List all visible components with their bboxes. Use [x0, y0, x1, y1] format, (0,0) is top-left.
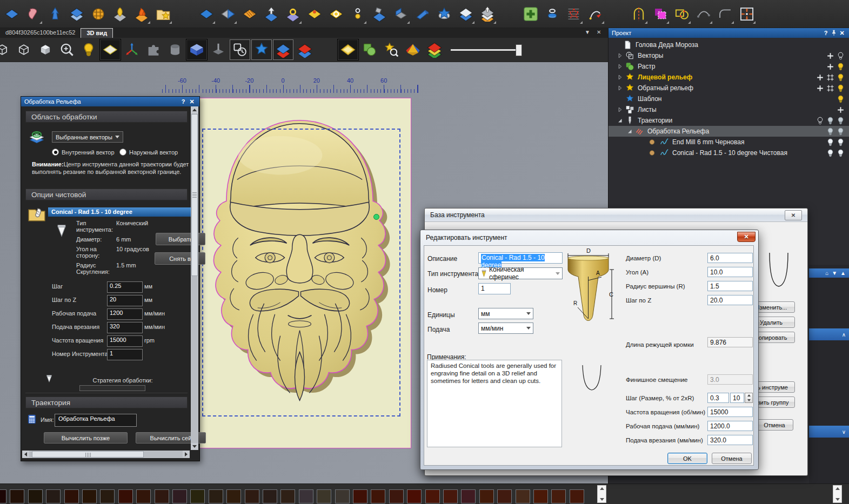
- color-swatch[interactable]: [533, 489, 548, 503]
- palette-scrollbar[interactable]: [597, 485, 606, 503]
- toolbar-button[interactable]: [455, 2, 477, 26]
- calculate-later-button[interactable]: Вычислить позже: [44, 432, 128, 443]
- toolbar-button[interactable]: [88, 2, 109, 26]
- toolbar-button[interactable]: [714, 2, 736, 26]
- tree-item-label[interactable]: Шаблон: [638, 95, 661, 103]
- grid-icon[interactable]: [826, 73, 835, 82]
- view-toolbar-button[interactable]: [294, 39, 316, 61]
- bulbw-icon[interactable]: [836, 138, 845, 147]
- collapsible-section-bar[interactable]: ∨: [809, 426, 849, 438]
- plus-icon[interactable]: [815, 84, 825, 93]
- project-panel-title-bar[interactable]: Проект ? ✕: [609, 28, 849, 38]
- color-swatch[interactable]: [0, 489, 6, 503]
- view-toolbar-button[interactable]: [424, 39, 445, 61]
- color-swatch[interactable]: [407, 489, 422, 503]
- plus-icon[interactable]: [836, 105, 845, 115]
- tree-row[interactable]: Растр: [609, 61, 849, 72]
- bulbo-icon[interactable]: [815, 116, 825, 125]
- toolbar-button[interactable]: [498, 2, 520, 26]
- expander-icon[interactable]: [614, 41, 621, 49]
- color-swatch[interactable]: [263, 489, 277, 503]
- color-swatch[interactable]: [28, 489, 43, 503]
- view-toolbar-button[interactable]: [78, 39, 99, 61]
- bulbg-icon[interactable]: [826, 127, 835, 136]
- scroll-down-icon[interactable]: [600, 498, 604, 501]
- vector-node-handle[interactable]: [373, 214, 379, 220]
- toolbar-button[interactable]: [66, 2, 88, 26]
- bulbo-icon[interactable]: [836, 51, 845, 61]
- view-toolbar-button[interactable]: [208, 39, 229, 61]
- color-swatch[interactable]: [10, 489, 24, 503]
- view-toolbar-button[interactable]: [121, 39, 143, 61]
- toolbar-button[interactable]: [325, 2, 347, 26]
- color-swatch[interactable]: [317, 489, 331, 503]
- scroll-up-icon[interactable]: [191, 106, 198, 113]
- stepover-percent-input[interactable]: 10: [730, 393, 744, 403]
- scroll-right-icon[interactable]: [183, 451, 190, 458]
- bulbw-icon[interactable]: [836, 149, 845, 158]
- field-input[interactable]: 10.0: [707, 267, 753, 277]
- tree-row[interactable]: End Mill 6 mm Черновая: [609, 137, 849, 147]
- toolbar-button[interactable]: [260, 2, 282, 26]
- color-swatch[interactable]: [443, 489, 458, 503]
- horizontal-scrollbar[interactable]: [22, 451, 190, 458]
- color-swatch[interactable]: [280, 489, 295, 503]
- toolbar-button[interactable]: [433, 2, 455, 26]
- toolpath-name-input[interactable]: Обработка Рельефа: [55, 414, 137, 427]
- selection-marquee[interactable]: [202, 129, 400, 416]
- color-swatch[interactable]: [389, 489, 404, 503]
- scroll-up-icon[interactable]: [600, 487, 604, 490]
- tree-row[interactable]: Conical - Rad 1.5 - 10 degree Чистовая: [609, 147, 849, 158]
- color-swatch[interactable]: [82, 489, 97, 503]
- toolbar-button[interactable]: [477, 2, 498, 26]
- chevron-down-icon[interactable]: ∨: [842, 429, 846, 435]
- move-up-icon[interactable]: ▲: [840, 270, 846, 276]
- toolbar-button[interactable]: [152, 2, 174, 26]
- strategy-dropdown[interactable]: [79, 385, 145, 391]
- color-swatch[interactable]: [461, 489, 476, 503]
- color-swatch[interactable]: [64, 489, 79, 503]
- close-icon[interactable]: ✕: [785, 210, 802, 220]
- tree-item-label[interactable]: Траектории: [638, 117, 672, 124]
- scroll-left-icon[interactable]: [22, 451, 29, 458]
- toolbar-button[interactable]: [23, 2, 44, 26]
- dialog-title-bar[interactable]: База инструмента ✕: [425, 209, 807, 222]
- scroll-down-icon[interactable]: [191, 443, 198, 450]
- view-toolbar-button[interactable]: [402, 39, 424, 61]
- bulbg-icon[interactable]: [836, 127, 845, 136]
- expander-icon[interactable]: [616, 52, 624, 59]
- toolbar-button[interactable]: [304, 2, 325, 26]
- color-swatch[interactable]: [479, 489, 494, 503]
- expander-icon[interactable]: [616, 73, 624, 81]
- cancel-button[interactable]: Отмена: [712, 453, 752, 464]
- selected-tool-header[interactable]: Conical - Rad 1.5 - 10 degree: [48, 207, 193, 217]
- radio-outer-vector[interactable]: Наружный вектор: [119, 149, 178, 156]
- radio-inner-vector[interactable]: Внутренний вектор: [52, 149, 115, 156]
- view-toolbar-button[interactable]: [251, 39, 272, 60]
- scroll-down-icon[interactable]: [835, 498, 840, 501]
- color-swatch[interactable]: [497, 489, 512, 503]
- help-icon[interactable]: ?: [179, 98, 188, 105]
- view-toolbar-button[interactable]: [35, 39, 56, 61]
- toolbar-button[interactable]: [1, 2, 23, 26]
- expander-icon[interactable]: [616, 117, 624, 124]
- color-swatch[interactable]: [190, 489, 205, 503]
- help-icon[interactable]: ?: [821, 30, 830, 36]
- view-tab[interactable]: d804f30265c100be11ec52: [0, 28, 81, 38]
- scrollbar-thumb[interactable]: [191, 114, 198, 276]
- color-swatch[interactable]: [570, 489, 584, 503]
- tree-row[interactable]: Лицевой рельеф: [609, 72, 849, 83]
- toolbar-button[interactable]: [693, 2, 714, 26]
- color-swatch[interactable]: [118, 489, 133, 503]
- move-down-icon[interactable]: ▼: [832, 270, 837, 276]
- scroll-up-icon[interactable]: [835, 487, 840, 490]
- toolbar-button[interactable]: [563, 2, 585, 26]
- view-toolbar-button[interactable]: [0, 39, 13, 61]
- toolbar-button[interactable]: [650, 2, 671, 26]
- toolbar-button[interactable]: [347, 2, 369, 26]
- collapsible-section-bar[interactable]: ∧: [809, 328, 849, 340]
- vertical-scrollbar[interactable]: [191, 106, 198, 450]
- color-swatch[interactable]: [245, 489, 259, 503]
- close-icon[interactable]: ✕: [737, 232, 756, 242]
- notes-textarea[interactable]: Radiused Conical tools are generally use…: [427, 360, 562, 447]
